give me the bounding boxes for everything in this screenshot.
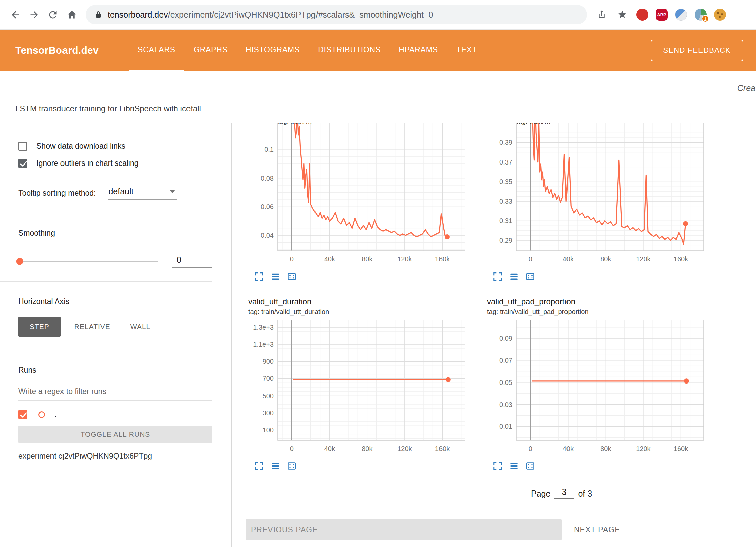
show-download-links-checkbox[interactable] <box>18 142 27 151</box>
runs-label: Runs <box>18 366 212 375</box>
chart-tag: tag: train/valid_utt_duration <box>248 308 469 316</box>
chart-canvas[interactable]: 040k80k120k160k0.010.030.050.070.09 <box>487 320 708 457</box>
svg-text:0: 0 <box>529 445 532 452</box>
svg-text:0.08: 0.08 <box>261 175 274 182</box>
expand-chart-icon[interactable] <box>254 271 264 282</box>
page-label: Page <box>531 489 550 499</box>
profile-avatar[interactable]: 1 <box>695 9 707 21</box>
page-number-input[interactable]: 3 <box>554 487 574 499</box>
previous-page-button[interactable]: PREVIOUS PAGE <box>246 519 562 540</box>
chart-canvas[interactable]: 040k80k120k160k1003005007009001.1e+31.3e… <box>248 320 469 457</box>
expand-chart-icon[interactable] <box>254 461 264 472</box>
next-page-button[interactable]: NEXT PAGE <box>574 525 620 534</box>
sidebar-divider <box>0 350 212 350</box>
reload-icon[interactable] <box>43 5 62 24</box>
svg-text:0.39: 0.39 <box>499 139 512 146</box>
show-download-links-row[interactable]: Show data download links <box>18 142 212 151</box>
svg-text:0.05: 0.05 <box>499 379 512 386</box>
experiment-title: LSTM transducer training for LibriSpeech… <box>15 104 201 113</box>
axis-step-button[interactable]: STEP <box>18 317 61 337</box>
runs-list-icon[interactable] <box>270 461 281 472</box>
extension-icon[interactable] <box>675 9 687 21</box>
chevron-down-icon <box>170 190 175 193</box>
run-row: . <box>18 410 212 419</box>
ignore-outliers-checkbox[interactable] <box>18 159 27 168</box>
runs-list-icon[interactable] <box>509 271 519 282</box>
subheader: Crea LSTM transducer training for LibriS… <box>0 71 756 123</box>
svg-text:80k: 80k <box>600 255 611 263</box>
svg-text:900: 900 <box>263 358 274 365</box>
svg-text:80k: 80k <box>362 255 373 263</box>
svg-text:120k: 120k <box>397 445 412 452</box>
axis-relative-button[interactable]: RELATIVE <box>64 317 120 337</box>
svg-text:40k: 40k <box>324 445 335 452</box>
svg-text:0.33: 0.33 <box>499 198 512 205</box>
svg-text:40k: 40k <box>324 255 335 263</box>
chart-canvas[interactable]: 040k80k120k160k0.290.310.330.350.370.39 <box>487 123 708 267</box>
expand-chart-icon[interactable] <box>492 461 503 472</box>
axis-wall-button[interactable]: WALL <box>120 317 160 337</box>
tab-histograms[interactable]: HISTOGRAMS <box>237 30 309 71</box>
forward-icon[interactable] <box>25 5 43 24</box>
svg-text:40k: 40k <box>563 445 574 452</box>
share-icon[interactable] <box>595 8 608 21</box>
settings-sidebar: Show data download links Ignore outliers… <box>0 123 232 547</box>
expand-chart-icon[interactable] <box>492 271 503 282</box>
smoothing-value-input[interactable]: 0 <box>172 255 212 268</box>
toggle-all-runs-button[interactable]: TOGGLE ALL RUNS <box>18 426 212 443</box>
chart-tag: tag: train/valid_utt_pad_proportion <box>487 308 708 316</box>
tensorboard-page: tensorboard.dev/experiment/cj2vtPiwQHKN9… <box>0 0 756 547</box>
smoothing-slider-thumb[interactable] <box>16 258 23 265</box>
fit-domain-icon[interactable] <box>286 271 297 282</box>
svg-text:0.1: 0.1 <box>264 146 274 153</box>
chart-canvas[interactable]: 040k80k120k160k0.040.060.080.1 <box>248 123 469 267</box>
svg-text:0.01: 0.01 <box>499 423 512 430</box>
tab-text[interactable]: TEXT <box>447 30 486 71</box>
nav-tabs: SCALARS GRAPHS HISTOGRAMS DISTRIBUTIONS … <box>129 30 486 71</box>
runs-list-icon[interactable] <box>509 461 519 472</box>
app-logo[interactable]: TensorBoard.dev <box>15 45 99 56</box>
svg-text:160k: 160k <box>674 255 688 263</box>
svg-text:40k: 40k <box>563 255 574 263</box>
svg-text:160k: 160k <box>435 255 450 263</box>
fit-domain-icon[interactable] <box>525 271 536 282</box>
page-total-label: of 3 <box>578 489 592 499</box>
cookie-extension-icon[interactable] <box>714 9 726 21</box>
svg-text:0: 0 <box>290 445 294 452</box>
adblock-extension-icon[interactable] <box>636 9 648 21</box>
ignore-outliers-row[interactable]: Ignore outliers in chart scaling <box>18 159 212 168</box>
tooltip-sorting-value: default <box>108 187 133 196</box>
fit-domain-icon[interactable] <box>286 461 297 472</box>
url-host: tensorboard.dev <box>108 10 168 19</box>
chart-card-valid-utt-duration: valid_utt_duration tag: train/valid_utt_… <box>248 297 469 472</box>
fit-domain-icon[interactable] <box>525 461 536 472</box>
tooltip-sorting-label: Tooltip sorting method: <box>18 189 96 198</box>
chart-toolbar <box>492 271 708 282</box>
runs-list-icon[interactable] <box>270 271 281 282</box>
svg-text:0: 0 <box>529 255 532 263</box>
tab-scalars[interactable]: SCALARS <box>129 30 184 71</box>
bookmark-star-icon[interactable] <box>616 8 629 21</box>
runs-filter-input[interactable] <box>18 384 212 401</box>
svg-text:120k: 120k <box>636 255 651 263</box>
run-checkbox[interactable] <box>18 410 27 419</box>
chart-card-top-left: tag: train/… 040k80k120k160k0.040.060.08… <box>248 123 469 282</box>
home-icon[interactable] <box>62 5 81 24</box>
send-feedback-button[interactable]: SEND FEEDBACK <box>651 40 743 61</box>
charts-content: tag: train/… 040k80k120k160k0.040.060.08… <box>232 123 756 547</box>
ignore-outliers-label: Ignore outliers in chart scaling <box>36 159 139 168</box>
tab-distributions[interactable]: DISTRIBUTIONS <box>309 30 390 71</box>
svg-text:700: 700 <box>263 375 274 382</box>
abp-extension-icon[interactable]: ABP <box>656 9 668 21</box>
chrome-toolbar-right: ABP 1 <box>595 8 726 21</box>
app-header: TensorBoard.dev SCALARS GRAPHS HISTOGRAM… <box>0 30 756 71</box>
tab-hparams[interactable]: HPARAMS <box>390 30 447 71</box>
smoothing-slider[interactable] <box>18 261 158 262</box>
tooltip-sorting-dropdown[interactable]: default <box>108 187 177 200</box>
smoothing-label: Smoothing <box>18 229 212 238</box>
url-bar[interactable]: tensorboard.dev/experiment/cj2vtPiwQHKN9… <box>86 5 587 24</box>
back-icon[interactable] <box>6 5 25 24</box>
tab-graphs[interactable]: GRAPHS <box>184 30 237 71</box>
svg-text:0.29: 0.29 <box>499 237 512 244</box>
chart-toolbar <box>254 271 469 282</box>
